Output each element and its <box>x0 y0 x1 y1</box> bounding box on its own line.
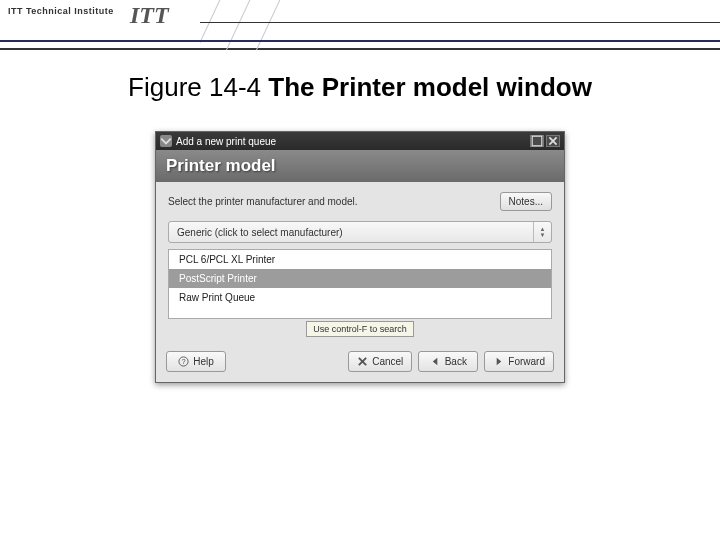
dialog-body: Select the printer manufacturer and mode… <box>156 182 564 345</box>
figure-title: The Printer model window <box>268 72 592 102</box>
figure-caption: Figure 14-4 The Printer model window <box>0 72 720 103</box>
forward-button[interactable]: Forward <box>484 351 554 372</box>
svg-rect-0 <box>532 136 542 146</box>
institute-name: ITT Technical Institute <box>8 6 114 16</box>
window-titlebar[interactable]: Add a new print queue <box>156 132 564 150</box>
printer-model-list[interactable]: PCL 6/PCL XL Printer PostScript Printer … <box>168 249 552 319</box>
dropdown-stepper-icon: ▲▼ <box>533 222 551 242</box>
back-arrow-icon <box>430 356 441 367</box>
help-icon: ? <box>178 356 189 367</box>
figure-number: Figure 14-4 <box>128 72 268 102</box>
back-label: Back <box>445 356 467 367</box>
window-menu-icon[interactable] <box>160 135 172 147</box>
instruction-text: Select the printer manufacturer and mode… <box>168 196 500 207</box>
cancel-icon <box>357 356 368 367</box>
search-tooltip: Use control-F to search <box>306 321 414 337</box>
help-label: Help <box>193 356 214 367</box>
help-button[interactable]: ? Help <box>166 351 226 372</box>
list-item[interactable]: Raw Print Queue <box>169 288 551 307</box>
svg-text:?: ? <box>182 357 186 366</box>
forward-label: Forward <box>508 356 545 367</box>
tooltip-row: Use control-F to search <box>168 321 552 337</box>
banner-rule-thick <box>0 40 720 42</box>
cancel-label: Cancel <box>372 356 403 367</box>
dialog-heading: Printer model <box>156 150 564 182</box>
dialog-button-bar: ? Help Cancel Back Forward <box>156 345 564 382</box>
list-item[interactable]: PCL 6/PCL XL Printer <box>169 250 551 269</box>
forward-arrow-icon <box>493 356 504 367</box>
back-button[interactable]: Back <box>418 351 478 372</box>
cancel-button[interactable]: Cancel <box>348 351 412 372</box>
itt-logo: ITT <box>130 2 169 29</box>
notes-button[interactable]: Notes... <box>500 192 552 211</box>
list-item[interactable]: PostScript Printer <box>169 269 551 288</box>
instruction-row: Select the printer manufacturer and mode… <box>168 192 552 211</box>
manufacturer-dropdown[interactable]: Generic (click to select manufacturer) ▲… <box>168 221 552 243</box>
banner-rule-thin <box>200 22 720 23</box>
maximize-button[interactable] <box>530 135 544 147</box>
button-spacer <box>232 351 342 372</box>
banner-diagonals <box>200 0 580 50</box>
window-title: Add a new print queue <box>176 136 528 147</box>
printer-model-dialog: Add a new print queue Printer model Sele… <box>155 131 565 383</box>
close-button[interactable] <box>546 135 560 147</box>
manufacturer-selected: Generic (click to select manufacturer) <box>169 227 533 238</box>
page-banner: ITT Technical Institute ITT <box>0 0 720 50</box>
